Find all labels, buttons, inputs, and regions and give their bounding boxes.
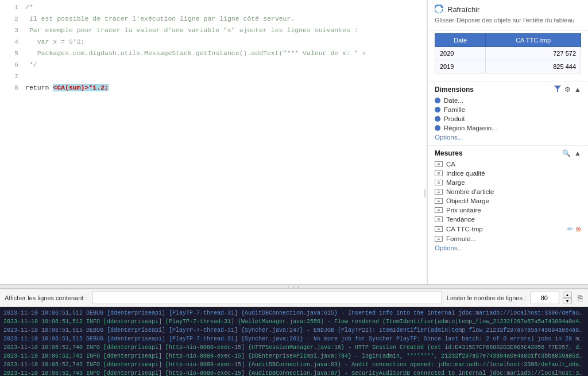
- table-header-date: Date: [435, 34, 486, 47]
- dimensions-title: Dimensions: [435, 86, 474, 94]
- collapse-icon-btn[interactable]: ▲: [574, 86, 581, 93]
- log-line: 2023-11-10 10:06:52,743 INFO [ddenterpri…: [3, 361, 585, 369]
- drop-hint: Glisser-Déposer des objets sur l'entête …: [435, 14, 581, 28]
- mes-icon: [435, 180, 443, 185]
- mes-icon: [435, 161, 443, 167]
- dim-dot: [435, 116, 440, 122]
- code-line-5: 5 Packages.com.digdash.utils.MessageStac…: [0, 48, 427, 60]
- table-cell-value-0: 727 572: [486, 47, 581, 60]
- line-num-7: 7: [5, 71, 18, 82]
- spinner-buttons: ▲ ▼: [563, 292, 572, 304]
- spinner-up[interactable]: ▲: [563, 292, 572, 298]
- line-num-4: 4: [5, 37, 18, 47]
- edit-icon[interactable]: ✏: [567, 225, 573, 233]
- mes-item-indice[interactable]: Indice qualité: [435, 169, 581, 178]
- log-line: 2023-11-10 10:06:52,740 INFO [ddenterpri…: [3, 343, 585, 352]
- log-output[interactable]: 2023-11-10 10:06:51,512 DEBUG [ddenterpr…: [0, 307, 588, 376]
- svg-marker-0: [554, 86, 561, 92]
- preview-table-container: Date CA TTC-tmp 2020 727 572 2019 825 44…: [428, 31, 588, 82]
- mesures-collapse-btn[interactable]: ▲: [574, 150, 581, 157]
- filter-icon-btn[interactable]: [554, 86, 561, 94]
- dim-dot: [435, 98, 440, 103]
- dim-item-region[interactable]: Région Magasin...: [435, 123, 581, 133]
- refresh-icon: [435, 5, 444, 14]
- mes-item-ca[interactable]: CA: [435, 160, 581, 169]
- log-line: 2023-11-10 10:06:51,512 DEBUG [ddenterpr…: [3, 309, 585, 317]
- table-cell-value-1: 825 444: [486, 60, 581, 73]
- dim-label-date: Date...: [444, 97, 463, 104]
- table-cell-date-1: 2019: [435, 60, 486, 73]
- line-text-4: var x = 5*2;: [25, 37, 422, 47]
- mes-label-ca-ttc: CA TTC-tmp: [446, 226, 483, 232]
- log-line: 2023-11-10 10:06:52,741 INFO [ddenterpri…: [3, 352, 585, 361]
- dim-dot: [435, 125, 440, 131]
- code-editor: 1 /* 2 Il est possible de tracer l'exécu…: [0, 0, 427, 284]
- preview-table: Date CA TTC-tmp 2020 727 572 2019 825 44…: [435, 33, 581, 73]
- mes-label-prix: Prix unitaire: [446, 207, 481, 214]
- dim-item-produit[interactable]: Produit: [435, 114, 581, 123]
- filter-label: Afficher les lignes contenant :: [5, 294, 87, 301]
- line-num-5: 5: [5, 48, 18, 59]
- right-panel: Rafraîchir Glisser-Déposer des objets su…: [427, 0, 588, 284]
- log-line: 2023-11-10 10:06:51,512 INFO [ddenterpri…: [3, 317, 585, 326]
- code-line-2: 2 Il est possible de tracer l'exécution …: [0, 14, 427, 25]
- line-num-6: 6: [5, 60, 18, 70]
- ca-ttc-actions: ✏ ⊗: [567, 225, 581, 233]
- log-line: 2023-11-10 10:06:51,515 DEBUG [ddenterpr…: [3, 335, 585, 343]
- refresh-section: Rafraîchir Glisser-Déposer des objets su…: [428, 0, 588, 31]
- spinner-down[interactable]: ▼: [563, 298, 572, 304]
- table-cell-date-0: 2020: [435, 47, 486, 60]
- code-content: 1 /* 2 Il est possible de tracer l'exécu…: [0, 0, 427, 284]
- dim-label-produit: Produit: [444, 115, 465, 122]
- dim-item-date[interactable]: Date...: [435, 96, 581, 105]
- mesures-header: Mesures 🔍 ▲: [435, 149, 581, 157]
- code-line-8[interactable]: 8 return <CA(sum)>*1.2;: [0, 83, 427, 94]
- log-filter-bar: Afficher les lignes contenant : Limiter …: [0, 289, 588, 307]
- line-text-8: return <CA(sum)>*1.2;: [25, 83, 422, 93]
- mesures-options-link[interactable]: Options...: [435, 243, 581, 253]
- code-line-3: 3 Par exemple pour tracer la valeur d'un…: [0, 25, 427, 37]
- line-text-5: Packages.com.digdash.utils.MessageStack.…: [25, 48, 422, 59]
- mes-item-objectif[interactable]: Objectif Marge: [435, 196, 581, 206]
- gear-icon-btn[interactable]: ⚙: [564, 86, 571, 93]
- mes-icon: [435, 236, 443, 242]
- line-num-2: 2: [5, 14, 18, 24]
- dimensions-options-link[interactable]: Options...: [435, 133, 581, 142]
- refresh-button[interactable]: Rafraîchir: [435, 5, 479, 14]
- mes-item-marge[interactable]: Marge: [435, 178, 581, 187]
- dim-label-region: Région Magasin...: [444, 125, 497, 131]
- dimensions-header: Dimensions ⚙ ▲: [435, 86, 581, 94]
- right-panel-inner: Rafraîchir Glisser-Déposer des objets su…: [428, 0, 588, 284]
- vertical-resize-handle[interactable]: • • •: [0, 284, 588, 289]
- search-icon-btn[interactable]: 🔍: [562, 150, 571, 157]
- line-num-8: 8: [5, 83, 18, 93]
- mesures-title: Mesures: [435, 149, 463, 157]
- mes-label-ca: CA: [446, 161, 455, 168]
- code-line-4: 4 var x = 5*2;: [0, 37, 427, 48]
- mes-icon: [435, 216, 443, 222]
- mes-label-formule: Formule...: [446, 235, 476, 242]
- line-text-6: */: [25, 60, 422, 70]
- mes-item-nombre[interactable]: Nombre d'article: [435, 187, 581, 196]
- dim-dot: [435, 107, 440, 113]
- table-row: 2019 825 444: [435, 60, 581, 73]
- mes-icon: [435, 207, 443, 213]
- log-line: 2023-11-10 10:06:51,515 DEBUG [ddenterpr…: [3, 326, 585, 335]
- mes-item-ca-ttc[interactable]: CA TTC-tmp ✏ ⊗: [435, 224, 581, 234]
- limit-input[interactable]: [531, 292, 559, 304]
- filter-icon: [554, 86, 561, 92]
- dim-label-famille: Famille: [444, 106, 465, 113]
- dim-item-famille[interactable]: Famille: [435, 105, 581, 114]
- mes-item-tendance[interactable]: Tendance: [435, 215, 581, 224]
- mes-item-formule[interactable]: Formule...: [435, 234, 581, 243]
- mes-icon: [435, 226, 443, 232]
- mes-item-prix[interactable]: Prix unitaire: [435, 206, 581, 215]
- delete-icon[interactable]: ⊗: [575, 225, 581, 233]
- line-text-1: /*: [25, 2, 422, 13]
- editor-resize-handle[interactable]: |: [424, 188, 426, 197]
- table-header-ca: CA TTC-tmp: [486, 34, 581, 47]
- filter-input[interactable]: [92, 292, 442, 304]
- line-text-3: Par exemple pour tracer la valeur d'une …: [25, 25, 422, 36]
- refresh-label: Rafraîchir: [447, 5, 479, 14]
- copy-icon[interactable]: ⎘: [577, 292, 583, 304]
